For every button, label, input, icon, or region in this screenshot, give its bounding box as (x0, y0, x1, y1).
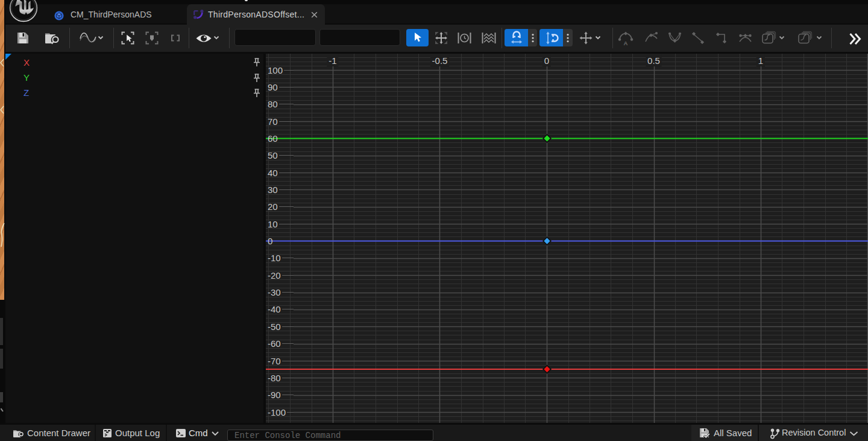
svg-text:A: A (624, 40, 628, 46)
